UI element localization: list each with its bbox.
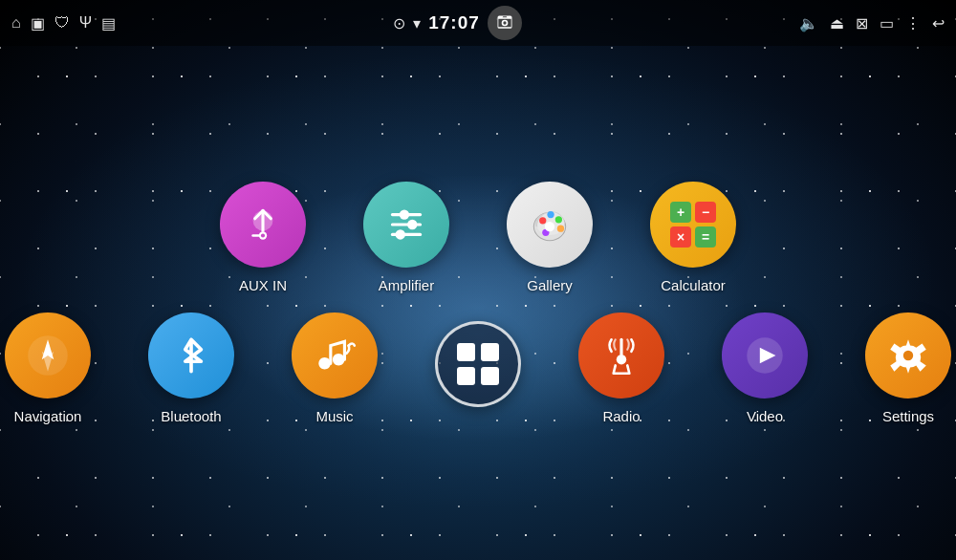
app-radio[interactable]: Radio bbox=[578, 312, 664, 424]
wifi-icon: ▾ bbox=[413, 14, 421, 32]
eject-icon: ⏏ bbox=[830, 14, 844, 32]
gallery-svg bbox=[526, 201, 574, 248]
app-aux-in[interactable]: AUX IN bbox=[220, 182, 306, 293]
music-label: Music bbox=[315, 408, 353, 424]
back-icon[interactable]: ↩ bbox=[932, 14, 945, 32]
usb-icon: Ψ bbox=[79, 14, 92, 32]
status-right-icons: 🔈 ⏏ ⊠ ▭ ⋮ ↩ bbox=[799, 14, 945, 32]
svg-point-21 bbox=[903, 351, 913, 360]
grid-cell-2 bbox=[481, 343, 499, 361]
app-settings[interactable]: Settings bbox=[865, 312, 951, 424]
svg-point-12 bbox=[555, 216, 562, 223]
aux-in-icon bbox=[220, 182, 306, 268]
svg-point-15 bbox=[545, 222, 554, 231]
aux-svg bbox=[239, 201, 287, 248]
app-grid: AUX IN Amplifier bbox=[0, 46, 956, 560]
status-bar: ⌂ ▣ 🛡 Ψ ▤ ⊙ ▾ 17:07 🔈 ⏏ ⊠ ▭ ⋮ ↩ bbox=[0, 0, 956, 46]
radio-icon bbox=[578, 312, 664, 398]
status-center: ⊙ ▾ 17:07 bbox=[393, 6, 522, 40]
status-time: 17:07 bbox=[428, 12, 480, 33]
app-gallery[interactable]: Gallery bbox=[507, 182, 593, 293]
camera-button[interactable] bbox=[488, 6, 522, 40]
file-icon: ▤ bbox=[101, 14, 116, 32]
svg-point-4 bbox=[400, 209, 409, 219]
location-icon: ⊙ bbox=[393, 14, 405, 32]
video-icon bbox=[722, 312, 808, 398]
svg-point-8 bbox=[396, 229, 405, 239]
calculator-icon: + − × = bbox=[650, 182, 736, 268]
camera-icon bbox=[495, 13, 514, 32]
bluetooth-svg bbox=[167, 332, 215, 379]
svg-point-13 bbox=[557, 226, 564, 232]
gallery-icon bbox=[507, 182, 593, 268]
calc-plus: + bbox=[670, 202, 691, 223]
calculator-label: Calculator bbox=[661, 277, 726, 293]
settings-icon bbox=[865, 312, 951, 398]
video-svg bbox=[741, 332, 789, 379]
calc-grid: + − × = bbox=[670, 202, 716, 248]
rect-icon: ▭ bbox=[880, 14, 894, 32]
video-label: Video bbox=[747, 408, 783, 424]
navigation-icon bbox=[5, 312, 91, 398]
shield-icon: 🛡 bbox=[54, 14, 70, 32]
svg-point-6 bbox=[407, 220, 417, 229]
calc-times: × bbox=[670, 226, 691, 248]
amplifier-label: Amplifier bbox=[379, 277, 434, 293]
app-navigation[interactable]: Navigation bbox=[5, 312, 91, 424]
svg-point-2 bbox=[261, 233, 265, 237]
app-video[interactable]: Video bbox=[722, 312, 808, 424]
volume-icon: 🔈 bbox=[799, 14, 818, 32]
aux-in-label: AUX IN bbox=[239, 277, 287, 293]
menu-icon: ⋮ bbox=[905, 14, 921, 32]
radio-label: Radio bbox=[602, 408, 640, 424]
app-amplifier[interactable]: Amplifier bbox=[363, 182, 449, 293]
app-row-2: Navigation Bluetooth bbox=[5, 312, 951, 424]
music-icon bbox=[292, 312, 378, 398]
music-svg bbox=[311, 332, 358, 379]
app-music[interactable]: Music bbox=[292, 312, 378, 424]
app-apps-grid[interactable] bbox=[435, 321, 521, 417]
app-bluetooth[interactable]: Bluetooth bbox=[148, 312, 234, 424]
navigation-svg bbox=[24, 332, 72, 379]
svg-point-17 bbox=[617, 355, 626, 364]
grid-layout bbox=[457, 343, 499, 385]
close-box-icon: ⊠ bbox=[856, 14, 868, 32]
gallery-label: Gallery bbox=[527, 277, 573, 293]
amplifier-svg bbox=[382, 201, 430, 248]
svg-point-11 bbox=[547, 211, 554, 218]
settings-label: Settings bbox=[882, 408, 934, 424]
grid-cell-3 bbox=[457, 367, 475, 385]
apps-grid-icon bbox=[435, 321, 521, 407]
app-calculator[interactable]: + − × = Calculator bbox=[650, 182, 736, 293]
settings-svg bbox=[884, 332, 932, 379]
status-left-icons: ⌂ ▣ 🛡 Ψ ▤ bbox=[11, 14, 116, 32]
bluetooth-label: Bluetooth bbox=[161, 408, 221, 424]
svg-point-10 bbox=[539, 217, 546, 224]
grid-cell-1 bbox=[457, 343, 475, 361]
calc-minus: − bbox=[695, 202, 716, 223]
home-icon: ⌂ bbox=[11, 14, 21, 32]
radio-svg bbox=[598, 332, 645, 379]
navigation-label: Navigation bbox=[14, 408, 82, 424]
bluetooth-icon bbox=[148, 312, 234, 398]
app-row-1: AUX IN Amplifier bbox=[220, 182, 736, 293]
amplifier-icon bbox=[363, 182, 449, 268]
image-icon: ▣ bbox=[31, 14, 45, 32]
calc-equals: = bbox=[695, 226, 716, 248]
grid-cell-4 bbox=[481, 367, 499, 385]
